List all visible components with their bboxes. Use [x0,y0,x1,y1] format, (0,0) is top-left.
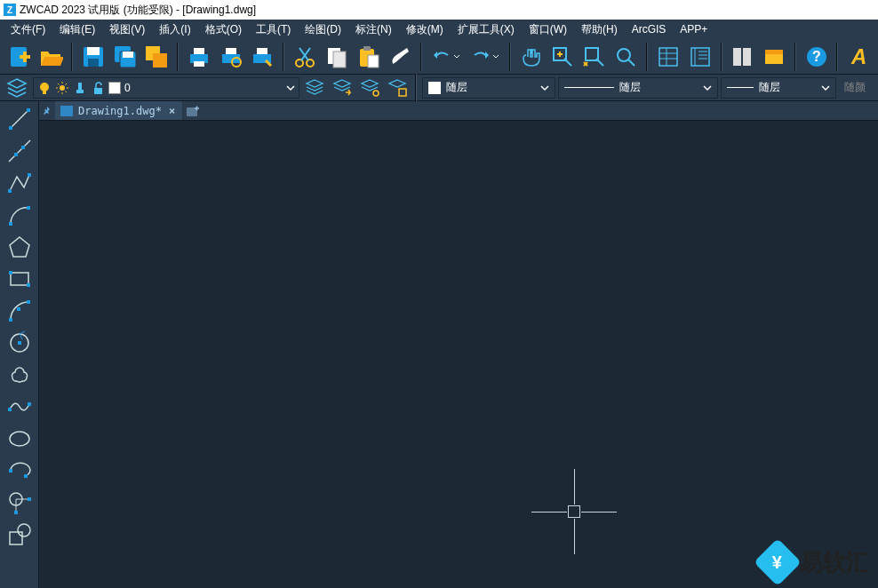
svg-rect-18 [257,48,267,54]
ellipse-tool[interactable] [2,423,37,455]
menu-file[interactable]: 文件(F) [4,20,52,40]
tab-close-button[interactable]: × [167,105,177,117]
open-button[interactable] [37,42,66,72]
svg-rect-73 [9,271,12,274]
menu-draw[interactable]: 绘图(D) [298,20,348,40]
svg-point-47 [60,85,65,91]
construction-line-tool[interactable] [2,135,37,167]
rectangle-tool[interactable] [2,263,37,295]
zoom-window-button[interactable] [580,42,609,72]
redo-button[interactable] [467,42,503,72]
print-button[interactable] [185,42,213,72]
text-button[interactable]: A [844,42,873,72]
svg-rect-80 [8,408,12,411]
document-tab[interactable]: Drawing1.dwg* × [55,101,182,120]
app-icon: Z [4,4,16,16]
color-control[interactable]: 随层 [422,77,555,99]
cut-button[interactable] [291,42,319,72]
svg-rect-81 [28,402,31,406]
svg-rect-24 [363,46,371,51]
matchprop-button[interactable] [386,42,414,72]
menu-modify[interactable]: 修改(M) [399,20,451,40]
svg-rect-60 [399,89,406,96]
layer-dropdown[interactable]: 0 [33,77,299,99]
svg-rect-72 [11,273,28,285]
help-button[interactable]: ? [802,42,831,72]
menu-dimension[interactable]: 标注(N) [348,20,399,40]
pin-icon[interactable] [39,101,55,120]
separator [283,43,284,71]
menu-window[interactable]: 窗口(W) [522,20,574,40]
block-tool[interactable] [2,519,37,551]
svg-point-91 [18,524,30,536]
menu-app[interactable]: APP+ [673,20,714,38]
chevron-down-icon [286,83,295,92]
menu-view[interactable]: 视图(V) [102,20,152,40]
svg-rect-76 [17,307,20,311]
svg-line-55 [66,83,68,85]
paste-button[interactable] [354,42,382,72]
menu-insert[interactable]: 插入(I) [152,20,197,40]
design-center-button[interactable] [760,42,788,72]
polygon-tool[interactable] [2,231,37,263]
color-value: 随层 [446,80,467,95]
menu-tools[interactable]: 工具(T) [249,20,298,40]
spline-tool[interactable] [2,295,37,327]
chevron-down-icon [821,83,830,92]
chevron-down-icon [703,83,712,92]
menu-format[interactable]: 格式(O) [198,20,249,40]
drawing-canvas[interactable]: ¥ 易软汇 [39,121,878,588]
svg-rect-15 [226,48,236,54]
zoom-previous-button[interactable] [612,42,641,72]
svg-rect-41 [765,50,783,54]
separator [794,43,796,71]
new-tab-button[interactable] [182,101,204,120]
svg-rect-25 [368,55,379,68]
spline-fit-tool[interactable] [2,391,37,423]
saveas-button[interactable] [111,42,140,72]
print-preview-button[interactable] [217,42,245,72]
layer-previous-button[interactable] [330,76,355,99]
svg-rect-66 [14,153,18,156]
copy-button[interactable] [323,42,351,72]
separator [836,43,838,71]
separator [420,43,422,71]
menu-express[interactable]: 扩展工具(X) [451,20,522,40]
svg-rect-74 [27,283,30,287]
line-tool[interactable] [2,103,37,135]
svg-rect-10 [153,53,167,68]
svg-rect-77 [27,300,30,304]
svg-rect-90 [10,532,22,544]
copy-docs-button[interactable] [143,42,172,72]
svg-rect-58 [94,88,102,94]
donut-tool[interactable] [2,487,37,519]
properties-button[interactable] [654,42,682,72]
undo-button[interactable] [428,42,464,72]
revcloud-tool[interactable] [2,359,37,391]
plotstyle-label: 随颜 [839,80,871,95]
plot-button[interactable] [248,42,276,72]
circle-tool[interactable] [2,327,37,359]
bulb-icon [37,81,52,95]
arc-tool[interactable] [2,199,37,231]
lineweight-control[interactable]: 随层 [721,77,836,99]
new-button[interactable] [5,42,34,72]
layer-iso-button[interactable] [357,76,382,99]
sheetset-button[interactable] [686,42,714,72]
menu-help[interactable]: 帮助(H) [574,20,625,40]
layer-state-button[interactable] [302,76,327,99]
menu-arcgis[interactable]: ArcGIS [625,20,674,38]
svg-rect-75 [9,318,12,322]
linetype-control[interactable]: 随层 [558,77,718,99]
tab-label: Drawing1.dwg* [78,105,162,117]
save-button[interactable] [79,42,108,72]
layer-walk-button[interactable] [385,76,410,99]
layer-manager-button[interactable] [4,76,30,99]
ellipse-arc-tool[interactable] [2,455,37,487]
zoom-realtime-button[interactable] [548,42,577,72]
svg-line-65 [9,140,30,162]
pan-button[interactable] [517,42,546,72]
toolpalettes-button[interactable] [729,42,757,72]
polyline-tool[interactable] [2,167,37,199]
menu-edit[interactable]: 编辑(E) [52,20,102,40]
